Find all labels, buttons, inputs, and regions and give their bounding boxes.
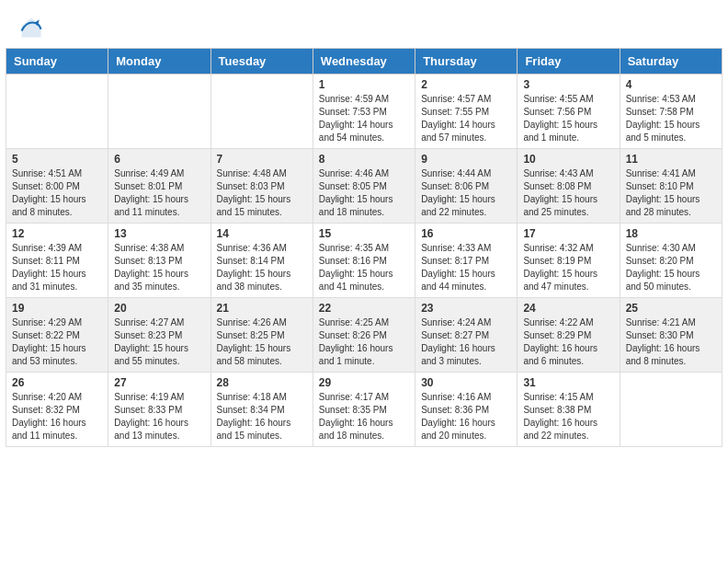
calendar-cell: 26Sunrise: 4:20 AMSunset: 8:32 PMDayligh…: [6, 373, 108, 447]
calendar-cell: [108, 75, 210, 149]
logo-icon: [18, 15, 44, 40]
day-of-week-thursday: Thursday: [415, 49, 518, 75]
logo: [18, 15, 48, 40]
day-info: Sunrise: 4:53 AMSunset: 7:58 PMDaylight:…: [626, 93, 716, 144]
calendar-cell: 20Sunrise: 4:27 AMSunset: 8:23 PMDayligh…: [108, 298, 210, 373]
day-number: 11: [626, 153, 716, 166]
day-number: 16: [421, 227, 511, 240]
calendar-cell: 17Sunrise: 4:32 AMSunset: 8:19 PMDayligh…: [518, 224, 620, 298]
day-info: Sunrise: 4:29 AMSunset: 8:22 PMDaylight:…: [12, 316, 102, 368]
calendar-cell: 6Sunrise: 4:49 AMSunset: 8:01 PMDaylight…: [108, 149, 210, 224]
day-info: Sunrise: 4:44 AMSunset: 8:06 PMDaylight:…: [421, 167, 511, 219]
day-number: 21: [217, 302, 307, 315]
calendar-cell: 3Sunrise: 4:55 AMSunset: 7:56 PMDaylight…: [518, 75, 620, 149]
calendar-cell: 2Sunrise: 4:57 AMSunset: 7:55 PMDaylight…: [415, 75, 518, 149]
calendar-cell: 1Sunrise: 4:59 AMSunset: 7:53 PMDaylight…: [313, 75, 415, 149]
day-number: 12: [12, 227, 102, 240]
day-info: Sunrise: 4:35 AMSunset: 8:16 PMDaylight:…: [319, 242, 409, 293]
day-number: 9: [421, 153, 511, 166]
week-row: 12Sunrise: 4:39 AMSunset: 8:11 PMDayligh…: [6, 224, 722, 298]
day-number: 1: [319, 78, 409, 91]
day-info: Sunrise: 4:59 AMSunset: 7:53 PMDaylight:…: [319, 93, 409, 144]
calendar-cell: 31Sunrise: 4:15 AMSunset: 8:38 PMDayligh…: [518, 373, 620, 447]
calendar-cell: 24Sunrise: 4:22 AMSunset: 8:29 PMDayligh…: [518, 298, 620, 373]
day-info: Sunrise: 4:30 AMSunset: 8:20 PMDaylight:…: [626, 242, 716, 293]
day-number: 25: [626, 302, 716, 315]
day-number: 29: [319, 376, 409, 389]
calendar-cell: 18Sunrise: 4:30 AMSunset: 8:20 PMDayligh…: [620, 224, 722, 298]
day-info: Sunrise: 4:33 AMSunset: 8:17 PMDaylight:…: [421, 242, 511, 293]
week-row: 26Sunrise: 4:20 AMSunset: 8:32 PMDayligh…: [6, 373, 722, 447]
day-info: Sunrise: 4:20 AMSunset: 8:32 PMDaylight:…: [12, 391, 102, 442]
day-number: 28: [217, 376, 307, 389]
week-row: 1Sunrise: 4:59 AMSunset: 7:53 PMDaylight…: [6, 75, 722, 149]
day-info: Sunrise: 4:24 AMSunset: 8:27 PMDaylight:…: [421, 316, 511, 368]
day-info: Sunrise: 4:41 AMSunset: 8:10 PMDaylight:…: [626, 167, 716, 219]
calendar-cell: 19Sunrise: 4:29 AMSunset: 8:22 PMDayligh…: [6, 298, 108, 373]
day-info: Sunrise: 4:19 AMSunset: 8:33 PMDaylight:…: [114, 391, 204, 442]
day-of-week-sunday: Sunday: [6, 49, 108, 75]
day-of-week-tuesday: Tuesday: [210, 49, 313, 75]
day-info: Sunrise: 4:48 AMSunset: 8:03 PMDaylight:…: [217, 167, 307, 219]
day-info: Sunrise: 4:43 AMSunset: 8:08 PMDaylight:…: [523, 167, 613, 219]
calendar-cell: 5Sunrise: 4:51 AMSunset: 8:00 PMDaylight…: [6, 149, 108, 224]
day-number: 3: [523, 78, 613, 91]
day-number: 7: [217, 153, 307, 166]
day-info: Sunrise: 4:26 AMSunset: 8:25 PMDaylight:…: [217, 316, 307, 368]
day-number: 27: [114, 376, 204, 389]
day-number: 31: [523, 376, 613, 389]
day-number: 20: [114, 302, 204, 315]
day-info: Sunrise: 4:51 AMSunset: 8:00 PMDaylight:…: [12, 167, 102, 219]
day-info: Sunrise: 4:17 AMSunset: 8:35 PMDaylight:…: [319, 391, 409, 442]
day-number: 19: [12, 302, 102, 315]
day-info: Sunrise: 4:27 AMSunset: 8:23 PMDaylight:…: [114, 316, 204, 368]
day-of-week-wednesday: Wednesday: [313, 49, 415, 75]
day-info: Sunrise: 4:39 AMSunset: 8:11 PMDaylight:…: [12, 242, 102, 293]
calendar-cell: 8Sunrise: 4:46 AMSunset: 8:05 PMDaylight…: [313, 149, 415, 224]
calendar-cell: 9Sunrise: 4:44 AMSunset: 8:06 PMDaylight…: [415, 149, 518, 224]
day-number: 10: [523, 153, 613, 166]
header: [0, 0, 728, 48]
calendar-cell: 14Sunrise: 4:36 AMSunset: 8:14 PMDayligh…: [210, 224, 313, 298]
calendar-cell: 22Sunrise: 4:25 AMSunset: 8:26 PMDayligh…: [313, 298, 415, 373]
day-info: Sunrise: 4:32 AMSunset: 8:19 PMDaylight:…: [523, 242, 613, 293]
calendar-cell: [210, 75, 313, 149]
day-number: 30: [421, 376, 511, 389]
week-row: 5Sunrise: 4:51 AMSunset: 8:00 PMDaylight…: [6, 149, 722, 224]
day-number: 4: [626, 78, 716, 91]
day-of-week-saturday: Saturday: [620, 49, 722, 75]
day-of-week-monday: Monday: [108, 49, 210, 75]
calendar-cell: 10Sunrise: 4:43 AMSunset: 8:08 PMDayligh…: [518, 149, 620, 224]
day-info: Sunrise: 4:18 AMSunset: 8:34 PMDaylight:…: [217, 391, 307, 442]
day-info: Sunrise: 4:15 AMSunset: 8:38 PMDaylight:…: [523, 391, 613, 442]
day-number: 13: [114, 227, 204, 240]
day-number: 22: [319, 302, 409, 315]
calendar-cell: 25Sunrise: 4:21 AMSunset: 8:30 PMDayligh…: [620, 298, 722, 373]
day-number: 8: [319, 153, 409, 166]
calendar-wrapper: SundayMondayTuesdayWednesdayThursdayFrid…: [0, 48, 728, 454]
day-number: 14: [217, 227, 307, 240]
calendar-cell: 11Sunrise: 4:41 AMSunset: 8:10 PMDayligh…: [620, 149, 722, 224]
day-number: 23: [421, 302, 511, 315]
calendar-cell: 7Sunrise: 4:48 AMSunset: 8:03 PMDaylight…: [210, 149, 313, 224]
calendar-cell: 13Sunrise: 4:38 AMSunset: 8:13 PMDayligh…: [108, 224, 210, 298]
day-info: Sunrise: 4:25 AMSunset: 8:26 PMDaylight:…: [319, 316, 409, 368]
day-number: 18: [626, 227, 716, 240]
calendar-cell: 12Sunrise: 4:39 AMSunset: 8:11 PMDayligh…: [6, 224, 108, 298]
day-info: Sunrise: 4:55 AMSunset: 7:56 PMDaylight:…: [523, 93, 613, 144]
week-row: 19Sunrise: 4:29 AMSunset: 8:22 PMDayligh…: [6, 298, 722, 373]
day-number: 2: [421, 78, 511, 91]
day-info: Sunrise: 4:57 AMSunset: 7:55 PMDaylight:…: [421, 93, 511, 144]
calendar-cell: [6, 75, 108, 149]
day-of-week-friday: Friday: [518, 49, 620, 75]
day-number: 15: [319, 227, 409, 240]
day-number: 26: [12, 376, 102, 389]
day-info: Sunrise: 4:16 AMSunset: 8:36 PMDaylight:…: [421, 391, 511, 442]
day-info: Sunrise: 4:46 AMSunset: 8:05 PMDaylight:…: [319, 167, 409, 219]
calendar-cell: 29Sunrise: 4:17 AMSunset: 8:35 PMDayligh…: [313, 373, 415, 447]
day-number: 5: [12, 153, 102, 166]
day-info: Sunrise: 4:22 AMSunset: 8:29 PMDaylight:…: [523, 316, 613, 368]
calendar-table: SundayMondayTuesdayWednesdayThursdayFrid…: [6, 48, 722, 447]
day-number: 24: [523, 302, 613, 315]
calendar-cell: 28Sunrise: 4:18 AMSunset: 8:34 PMDayligh…: [210, 373, 313, 447]
